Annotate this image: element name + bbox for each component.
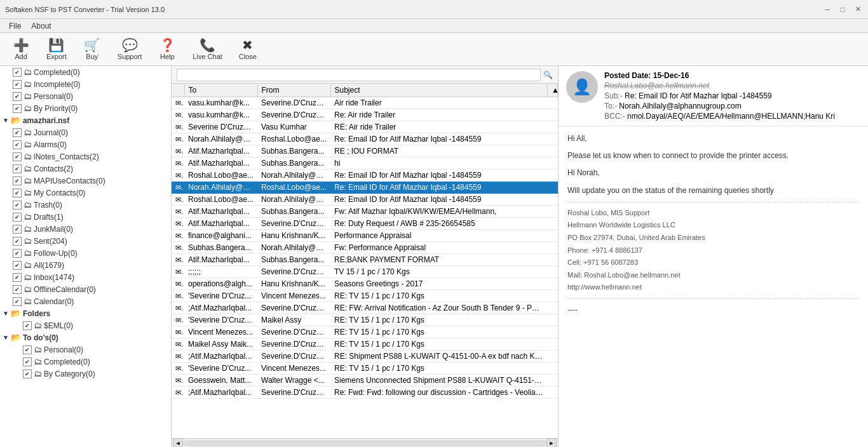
email-row[interactable]: ✉ ;Atif.MazharIqbal... Severine.D'Cruze.…	[172, 302, 558, 314]
email-row[interactable]: ✉ Atif.MazharIqbal... Subhas.Bangera... …	[172, 206, 558, 218]
sidebar-item-contacts[interactable]: ✔ 🗂 Contacts(2)	[0, 163, 171, 175]
email-row[interactable]: ✉ Goesswein, Matt... Walter Wragge <... …	[172, 375, 558, 387]
sidebar-item-offline-cal[interactable]: ✔ 🗂 OfflineCalendar(0)	[0, 283, 171, 295]
checkbox-junkmail[interactable]: ✔	[13, 225, 22, 234]
sidebar-group-todos[interactable]: ▼ 📂 To do's(0)	[0, 331, 171, 344]
checkbox-completed-1[interactable]: ✔	[13, 68, 22, 77]
checkbox-eml[interactable]: ✔	[23, 321, 32, 330]
sidebar-item-drafts[interactable]: ✔ 🗂 Drafts(1)	[0, 211, 171, 223]
sidebar-item-mapi-contacts[interactable]: ✔ 🗂 MAPIUseContacts(0)	[0, 175, 171, 187]
support-button[interactable]: 💬 Support	[111, 36, 149, 63]
checkbox-followup[interactable]: ✔	[13, 249, 22, 258]
checkbox-mapi[interactable]: ✔	[13, 177, 22, 185]
email-row[interactable]: ✉ operations@algh... Hanu Krishnan/K... …	[172, 278, 558, 290]
checkbox-mycontacts[interactable]: ✔	[13, 189, 22, 197]
sidebar-item-calendar[interactable]: ✔ 🗂 Calendar(0)	[0, 295, 171, 307]
add-button[interactable]: ➕ Add	[5, 36, 37, 63]
close-window-button[interactable]: ✕	[853, 4, 863, 15]
sidebar-item-personal-2[interactable]: ✔ 🗂 Personal(0)	[0, 344, 171, 356]
email-row[interactable]: ✉ Roshal.Lobo@ae... Norah.Alhilaly@al...…	[172, 170, 558, 182]
menu-file[interactable]: File	[4, 20, 26, 32]
col-from-header[interactable]: From	[257, 84, 330, 97]
sidebar-item-completed-1[interactable]: ✔ 🗂 Completed(0)	[0, 66, 171, 78]
email-row[interactable]: ✉ Severine D'Cruze... Vasu Kumhar RE: Ai…	[172, 121, 558, 133]
livechat-button[interactable]: 📞 Live Chat	[186, 36, 229, 63]
email-from-cell: Hanu Krishnan/K...	[257, 230, 330, 242]
checkbox-inbox[interactable]: ✔	[13, 273, 22, 282]
col-subject-header[interactable]: Subject	[330, 84, 548, 97]
email-row[interactable]: ✉ Atif.MazharIqbal... Subhas.Bangera... …	[172, 157, 558, 170]
col-subject-label: Subject	[335, 86, 360, 95]
email-row[interactable]: ✉ Atif.MazharIqbal... Subhas.Bangera... …	[172, 145, 558, 157]
checkbox-bycategory[interactable]: ✔	[23, 370, 32, 378]
checkbox-alarms[interactable]: ✔	[13, 140, 22, 149]
email-row[interactable]: ✉ Norah.Alhilaly@al... Roshal.Lobo@ae...…	[172, 182, 558, 194]
checkbox-offline-cal[interactable]: ✔	[13, 285, 22, 294]
sidebar-item-all[interactable]: ✔ 🗂 All(1679)	[0, 259, 171, 271]
checkbox-inotes[interactable]: ✔	[13, 152, 22, 161]
sidebar-group-folders[interactable]: ▼ 📂 Folders	[0, 307, 171, 319]
col-to-header[interactable]: To	[184, 84, 257, 97]
email-list-scroll[interactable]: ✉ vasu.kumhar@k... Severine.D'Cruze... A…	[172, 97, 558, 438]
email-row[interactable]: ✉ vasu.kumhar@k... Severine.D'Cruze... A…	[172, 97, 558, 109]
close-button[interactable]: ✖ Close	[232, 36, 264, 63]
email-row[interactable]: ✉ Atif.MazharIqbal... Severine.D'Cruze..…	[172, 218, 558, 230]
sidebar-item-trash[interactable]: ✔ 🗂 Trash(0)	[0, 199, 171, 211]
help-button[interactable]: ❓ Help	[151, 36, 183, 63]
sidebar-item-personal-1[interactable]: ✔ 🗂 Personal(0)	[0, 90, 171, 102]
maximize-button[interactable]: □	[837, 4, 848, 15]
email-row[interactable]: ✉ 'Severine D'Cruz... Vincent Menezes...…	[172, 363, 558, 375]
email-row[interactable]: ✉ finance@alghani... Hanu Krishnan/K... …	[172, 230, 558, 242]
checkbox-completed-2[interactable]: ✔	[23, 357, 32, 366]
buy-button[interactable]: 🛒 Buy	[76, 36, 108, 63]
sidebar-item-junkmail[interactable]: ✔ 🗂 JunkMail(0)	[0, 223, 171, 235]
minimize-button[interactable]: ─	[822, 4, 832, 15]
email-row[interactable]: ✉ 'Severine D'Cruz... Vincent Menezes...…	[172, 290, 558, 302]
checkbox-personal-2[interactable]: ✔	[23, 345, 32, 354]
checkbox-personal-1[interactable]: ✔	[13, 92, 22, 101]
search-input[interactable]	[177, 69, 541, 81]
checkbox-sent[interactable]: ✔	[13, 237, 22, 246]
h-scroll-thumb[interactable]	[183, 440, 546, 446]
sidebar-item-bycategory[interactable]: ✔ 🗂 By Category(0)	[0, 368, 171, 380]
sidebar-item-inotes-contacts[interactable]: ✔ 🗂 iNotes_Contacts(2)	[0, 150, 171, 163]
email-row[interactable]: ✉ Roshal.Lobo@ae... Norah.Alhilaly@al...…	[172, 194, 558, 206]
email-row[interactable]: ✉ ;Atif.MazharIqbal... Severine.D'Cruze.…	[172, 350, 558, 363]
email-row[interactable]: ✉ Subhas.Bangera... Norah.Alhilaly@al...…	[172, 242, 558, 254]
checkbox-bypriority[interactable]: ✔	[13, 104, 22, 113]
scroll-left-button[interactable]: ◄	[173, 438, 183, 448]
sidebar-item-incomplete[interactable]: ✔ 🗂 Incomplete(0)	[0, 78, 171, 90]
scroll-right-button[interactable]: ►	[546, 438, 557, 448]
sidebar-item-completed-2[interactable]: ✔ 🗂 Completed(0)	[0, 356, 171, 368]
email-row[interactable]: ✉ Atif.MazharIqbal... Subhas.Bangera... …	[172, 254, 558, 266]
email-row[interactable]: ✉ ;;;;;; Severine.D'Cruze... TV 15 / 1 p…	[172, 266, 558, 278]
col-sort-header[interactable]: ▲	[548, 84, 558, 97]
checkbox-calendar[interactable]: ✔	[13, 297, 22, 306]
email-row[interactable]: ✉ 'Severine D'Cruz... Maikel Assy RE: TV…	[172, 314, 558, 326]
checkbox-incomplete[interactable]: ✔	[13, 80, 22, 89]
sidebar-item-alarms[interactable]: ✔ 🗂 Alarms(0)	[0, 138, 171, 150]
email-row[interactable]: ✉ Norah.Alhilaly@al... Roshal.Lobo@ae...…	[172, 133, 558, 145]
checkbox-trash[interactable]: ✔	[13, 201, 22, 210]
menu-about[interactable]: About	[26, 20, 56, 32]
sidebar-group-amazhari[interactable]: ▼ 📂 amazhari.nsf	[0, 114, 171, 126]
checkbox-journal[interactable]: ✔	[13, 128, 22, 137]
email-row[interactable]: ✉ Vincent Menezes... Severine.D'Cruze...…	[172, 326, 558, 338]
checkbox-drafts[interactable]: ✔	[13, 213, 22, 222]
email-row[interactable]: ✉ Maikel Assy Maik... Severine.D'Cruze..…	[172, 338, 558, 350]
email-row[interactable]: ✉ ;Atif.MazharIqbal... Severine.D'Cruze.…	[172, 387, 558, 399]
checkbox-contacts[interactable]: ✔	[13, 164, 22, 173]
sidebar-item-mycontacts[interactable]: ✔ 🗂 My Contacts(0)	[0, 187, 171, 199]
sidebar-item-inbox[interactable]: ✔ 🗂 Inbox(1474)	[0, 271, 171, 283]
sidebar-item-bypriority[interactable]: ✔ 🗂 By Priority(0)	[0, 102, 171, 114]
sidebar-item-eml[interactable]: ✔ 🗂 $EML(0)	[0, 319, 171, 331]
export-button[interactable]: 💾 Export	[39, 36, 74, 63]
checkbox-all[interactable]: ✔	[13, 261, 22, 270]
horizontal-scrollbar[interactable]: ◄ ►	[172, 438, 558, 447]
sidebar-item-sent[interactable]: ✔ 🗂 Sent(204)	[0, 235, 171, 247]
email-row[interactable]: ✉ vasu.kumhar@k... Severine.D'Cruze... R…	[172, 109, 558, 121]
sidebar[interactable]: ✔ 🗂 Completed(0) ✔ 🗂 Incomplete(0) ✔ 🗂 P…	[0, 66, 172, 447]
sidebar-item-followup[interactable]: ✔ 🗂 Follow-Up(0)	[0, 247, 171, 259]
preview-body[interactable]: Hi All, Please let us know when to conne…	[559, 126, 868, 447]
sidebar-item-journal[interactable]: ✔ 🗂 Journal(0)	[0, 126, 171, 138]
